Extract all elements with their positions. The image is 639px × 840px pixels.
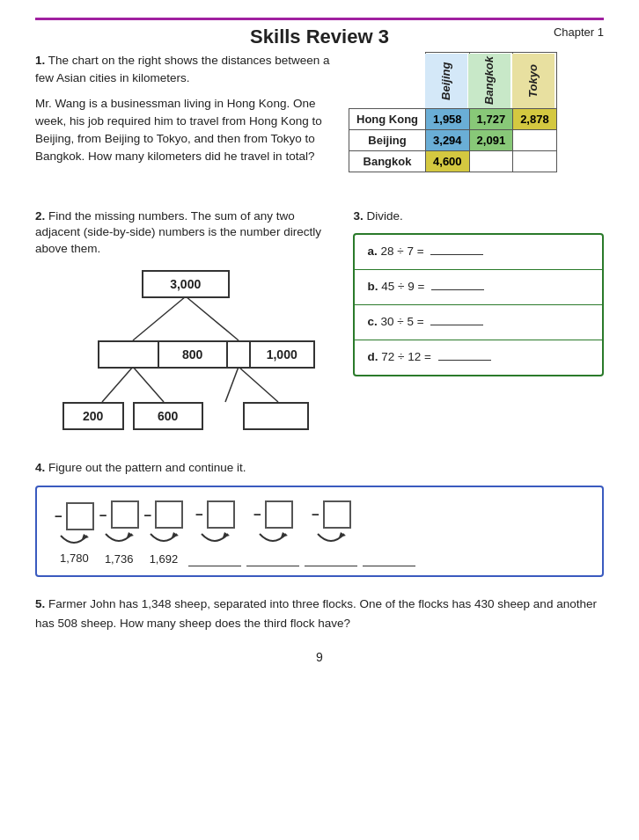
section1-text: 1. The chart on the right shows the dist…	[35, 52, 331, 173]
svg-line-3	[133, 367, 164, 402]
pattern-item-5: −	[246, 500, 299, 566]
square-3[interactable]	[155, 500, 183, 529]
chapter-label: Chapter 1	[533, 26, 604, 39]
pattern-item-3: − 1,692	[144, 500, 184, 566]
col-header-tokyo: Tokyo	[511, 53, 555, 109]
answer-d[interactable]	[438, 360, 491, 361]
minus-5: −	[253, 507, 261, 522]
table-row-bangkok: Bangkok 4,600	[349, 150, 557, 172]
section1: 1. The chart on the right shows the dist…	[35, 52, 604, 173]
square-4[interactable]	[207, 500, 235, 529]
pattern-item-1: − 1,780	[55, 502, 94, 565]
section1-problem: Mr. Wang is a businessman living in Hong…	[35, 95, 331, 166]
square-5[interactable]	[265, 500, 293, 529]
section2: 2. Find the missing numbers. The sum of …	[35, 208, 335, 443]
section4: 4. Figure out the pattern and continue i…	[35, 460, 604, 577]
answer-c[interactable]	[430, 325, 483, 325]
label-4[interactable]	[188, 552, 241, 566]
section3-label: 3. Divide.	[353, 208, 604, 225]
arrow-5	[256, 530, 290, 550]
section23: 2. Find the missing numbers. The sum of …	[35, 208, 604, 443]
section3: 3. Divide. a. 28 ÷ 7 = b. 45 ÷ 9 = c. 30…	[353, 208, 604, 443]
svg-line-0	[133, 296, 186, 340]
divide-row-b: b. 45 ÷ 9 =	[355, 270, 602, 305]
section2-label: 2. Find the missing numbers. The sum of …	[35, 208, 335, 259]
tree-node-mid2-left: 800	[158, 340, 228, 369]
section1-number: 1.	[35, 54, 45, 67]
cell-hk-beijing: 1,958	[426, 108, 470, 129]
tree-node-mid2-right: 1,000	[249, 340, 315, 369]
pattern-box: − 1,780 − 1,736	[35, 486, 604, 577]
divide-row-a: a. 28 ÷ 7 =	[355, 235, 602, 270]
table-row-hk: Hong Kong 1,958 1,727 2,878	[349, 108, 557, 129]
page-title: Skills Review 3	[106, 26, 533, 48]
label-2: 1,736	[105, 552, 134, 566]
divide-table: a. 28 ÷ 7 = b. 45 ÷ 9 = c. 30 ÷ 5 = d. 7…	[353, 233, 604, 376]
arrow-4	[198, 530, 231, 550]
tree-diagram: 3,000 200 800 1,000 600	[54, 267, 318, 442]
label-6[interactable]	[305, 552, 357, 566]
divide-row-d: d. 72 ÷ 12 =	[355, 340, 602, 375]
cell-bk-tokyo	[513, 150, 557, 172]
section4-label: 4. Figure out the pattern and continue i…	[35, 460, 604, 477]
distance-table: Beijing Bangkok Tokyo Hong Kong 1,958 1,…	[349, 52, 557, 172]
svg-line-5	[239, 367, 278, 402]
pattern-item-4: −	[188, 500, 241, 566]
tree-node-bot-right	[243, 402, 309, 430]
minus-4: −	[195, 507, 203, 522]
square-6[interactable]	[323, 500, 351, 529]
label-3: 1,692	[150, 552, 179, 566]
tree-node-top: 3,000	[142, 270, 230, 298]
square-2[interactable]	[111, 500, 139, 529]
col-header-bangkok: Bangkok	[467, 53, 511, 109]
svg-line-2	[102, 367, 133, 402]
table-row-beijing: Beijing 3,294 2,091	[349, 129, 557, 150]
cell-bk-bangkok	[469, 150, 513, 172]
cell-bj-beijing: 3,294	[426, 129, 470, 150]
answer-b[interactable]	[431, 289, 484, 290]
row-label-hk: Hong Kong	[349, 108, 426, 129]
minus-1: −	[55, 508, 62, 523]
minus-2: −	[99, 508, 107, 522]
section1-intro: 1. The chart on the right shows the dist…	[35, 52, 331, 88]
pattern-item-7	[363, 500, 415, 566]
row-label-beijing: Beijing	[349, 129, 426, 150]
cell-bj-bangkok: 2,091	[469, 129, 513, 150]
arrow-1	[57, 532, 91, 551]
pattern-item-6: −	[305, 500, 357, 566]
row-label-bangkok: Bangkok	[349, 150, 426, 172]
col-header-beijing: Beijing	[424, 53, 468, 109]
svg-line-1	[186, 296, 239, 340]
arrow-2	[102, 530, 136, 550]
cell-bk-beijing: 4,600	[426, 150, 470, 172]
svg-line-4	[225, 367, 239, 402]
cell-hk-tokyo: 2,878	[513, 108, 557, 129]
distance-table-wrap: Beijing Bangkok Tokyo Hong Kong 1,958 1,…	[349, 52, 604, 173]
cell-bj-tokyo	[513, 129, 557, 150]
divide-row-c: c. 30 ÷ 5 =	[355, 305, 602, 340]
tree-node-bot-left: 200	[62, 402, 124, 430]
page-number: 9	[35, 650, 604, 664]
pattern-item-2: − 1,736	[99, 500, 139, 566]
arrow-6	[314, 530, 348, 550]
minus-6: −	[312, 507, 320, 522]
arrow-3	[147, 530, 180, 550]
minus-3: −	[144, 508, 152, 522]
label-1: 1,780	[60, 551, 89, 565]
tree-node-bot-mid: 600	[133, 402, 203, 430]
section5: 5. Farmer John has 1,348 sheep, separate…	[35, 595, 604, 632]
square-1[interactable]	[66, 502, 94, 530]
answer-a[interactable]	[430, 254, 483, 255]
cell-hk-bangkok: 1,727	[469, 108, 513, 129]
label-7[interactable]	[363, 552, 415, 566]
pattern-sequence: − 1,780 − 1,736	[46, 500, 593, 566]
label-5[interactable]	[246, 552, 299, 566]
